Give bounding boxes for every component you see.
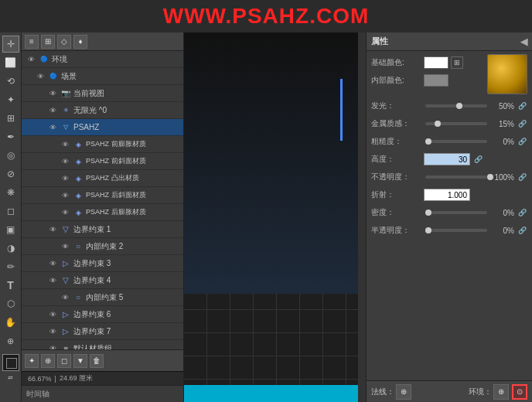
shape-tool[interactable]: ⬡: [2, 295, 19, 312]
layer-item-constraint3[interactable]: 👁 ▷ 边界约束 3: [22, 255, 183, 272]
active-icon-btn[interactable]: ⊙: [512, 384, 527, 400]
layer-eye[interactable]: 👁: [59, 189, 71, 202]
layer-eye[interactable]: 👁: [46, 325, 59, 338]
eyedropper-tool[interactable]: ✒: [2, 128, 19, 145]
layer-item-constraint1[interactable]: 👁 ▽ 边界约束 1: [22, 221, 183, 238]
layer-eye[interactable]: 👁: [46, 274, 59, 287]
layer-item-psahz[interactable]: 👁 ▽ PSAHZ: [22, 119, 183, 136]
lasso-tool[interactable]: ⟲: [2, 73, 19, 90]
move-tool[interactable]: ✛: [2, 36, 19, 53]
layer-eye[interactable]: 👁: [59, 155, 71, 168]
base-color-texture-btn[interactable]: ⊞: [451, 56, 463, 69]
layers-toolbar-extra[interactable]: ♦: [73, 35, 87, 49]
hand-tool[interactable]: ✋: [2, 314, 19, 331]
layer-eye[interactable]: 👁: [46, 308, 59, 321]
layer-item-huanjing[interactable]: 👁 🔵 环境: [22, 51, 183, 68]
glow-thumb[interactable]: [456, 103, 462, 109]
layer-item-mat5[interactable]: 👁 ◈ PSAHZ 后膨胀材质: [22, 204, 183, 221]
metalness-control: 15% 🔗: [424, 118, 527, 129]
new-layer-btn[interactable]: ✦: [25, 354, 39, 368]
normal-map-btn[interactable]: 法线： ⊕: [371, 384, 411, 400]
translucency-link[interactable]: 🔗: [517, 225, 527, 236]
magic-wand-tool[interactable]: ✦: [2, 91, 19, 108]
clone-tool[interactable]: ❋: [2, 184, 19, 201]
opacity-link[interactable]: 🔗: [517, 172, 527, 182]
layer-eye[interactable]: 👁: [46, 87, 59, 100]
layers-toolbar-options[interactable]: ◇: [57, 35, 71, 49]
layer-eye[interactable]: 👁: [59, 172, 71, 185]
layer-eye[interactable]: 👁: [46, 121, 59, 134]
delete-layer-btn[interactable]: 🗑: [90, 354, 104, 368]
layer-item-changjing[interactable]: 👁 🔵 场景: [22, 68, 183, 85]
opacity-slider[interactable]: [425, 175, 487, 179]
viewport-scrollbar[interactable]: [358, 32, 366, 402]
layer-eye[interactable]: 👁: [25, 53, 37, 66]
glow-link[interactable]: 🔗: [517, 100, 527, 111]
metalness-thumb[interactable]: [435, 121, 441, 127]
layer-item-constraint6[interactable]: 👁 ▷ 边界约束 6: [22, 306, 183, 323]
layer-eye[interactable]: 👁: [59, 206, 71, 219]
normal-icon-btn[interactable]: ⊕: [396, 384, 411, 400]
gradient-tool[interactable]: ▣: [2, 221, 19, 238]
color-swap[interactable]: ⇄: [8, 374, 13, 381]
refraction-input[interactable]: [424, 189, 470, 201]
layer-item-mat3[interactable]: 👁 ◈ PSAHZ 凸出材质: [22, 170, 183, 187]
layer-item-constraint4[interactable]: 👁 ▽ 边界约束 4: [22, 272, 183, 289]
roughness-link[interactable]: 🔗: [517, 136, 527, 147]
density-control: 0% 🔗: [424, 207, 527, 218]
layer-item-inner2[interactable]: 👁 ○ 内部约束 2: [22, 238, 183, 255]
inner-color-swatch[interactable]: [424, 74, 448, 87]
environment-icon-btn[interactable]: ⊕: [493, 384, 509, 400]
translucency-slider[interactable]: [425, 229, 487, 232]
foreground-color[interactable]: [2, 354, 19, 371]
metalness-link[interactable]: 🔗: [517, 118, 527, 129]
crop-tool[interactable]: ⊞: [2, 110, 19, 127]
eraser-tool[interactable]: ◻: [2, 203, 19, 220]
pen-tool[interactable]: ✏: [2, 258, 19, 275]
viewport-3d[interactable]: [184, 32, 366, 402]
layer-eye[interactable]: 👁: [46, 342, 59, 350]
layer-eye[interactable]: 👁: [46, 223, 59, 236]
roughness-slider[interactable]: [425, 140, 487, 143]
layer-item-mat1[interactable]: 👁 ◈ PSAHZ 前膨胀材质: [22, 136, 183, 153]
density-slider[interactable]: [425, 211, 487, 214]
layer-item-mat4[interactable]: 👁 ◈ PSAHZ 后斜面材质: [22, 187, 183, 204]
layer-item-default-mat[interactable]: 👁 ■ 默认材质组: [22, 340, 183, 349]
layer-name: 无限光 ^0: [73, 105, 107, 116]
opacity-thumb[interactable]: [487, 174, 493, 180]
zoom-tool[interactable]: ⊕: [2, 332, 19, 349]
text-tool[interactable]: T: [2, 277, 19, 294]
select-rect-tool[interactable]: ⬜: [2, 54, 19, 71]
dodge-tool[interactable]: ◑: [2, 240, 19, 257]
layer-item-light[interactable]: 👁 ✳ 无限光 ^0: [22, 102, 183, 119]
layer-effects-btn[interactable]: ⊕: [41, 354, 55, 368]
layers-toolbar-view[interactable]: ⊞: [41, 35, 55, 49]
glow-slider[interactable]: [425, 104, 487, 107]
heal-tool[interactable]: ◎: [2, 147, 19, 164]
height-input[interactable]: [424, 153, 470, 165]
layer-item-inner5[interactable]: 👁 ○ 内部约束 5: [22, 289, 183, 306]
brush-tool[interactable]: ⊘: [2, 165, 19, 182]
layer-eye[interactable]: 👁: [59, 138, 71, 151]
layer-item-mat2[interactable]: 👁 ◈ PSAHZ 前斜面材质: [22, 153, 183, 170]
layer-eye[interactable]: 👁: [59, 291, 71, 304]
group-btn[interactable]: ▼: [73, 354, 87, 368]
density-thumb[interactable]: [425, 210, 431, 216]
density-link[interactable]: 🔗: [517, 207, 527, 218]
environment-btn[interactable]: 环境： ⊕: [469, 384, 509, 400]
base-color-swatch[interactable]: [424, 56, 448, 69]
layer-eye[interactable]: 👁: [46, 104, 59, 117]
layer-eye[interactable]: 👁: [46, 257, 59, 270]
layer-item-constraint7[interactable]: 👁 ▷ 边界约束 7: [22, 323, 183, 340]
layer-eye[interactable]: 👁: [59, 240, 71, 253]
props-collapse-btn[interactable]: ◀: [520, 36, 527, 47]
layers-toolbar-filter[interactable]: ≡: [25, 35, 39, 49]
add-mask-btn[interactable]: ◻: [57, 354, 71, 368]
translucency-thumb[interactable]: [425, 227, 431, 233]
height-link[interactable]: 🔗: [472, 154, 483, 165]
metalness-slider[interactable]: [425, 122, 487, 125]
layer-item-view[interactable]: 👁 📷 当前视图: [22, 85, 183, 102]
layer-eye[interactable]: 👁: [34, 70, 46, 83]
translucency-label: 半透明度：: [371, 225, 424, 236]
roughness-thumb[interactable]: [425, 138, 431, 145]
